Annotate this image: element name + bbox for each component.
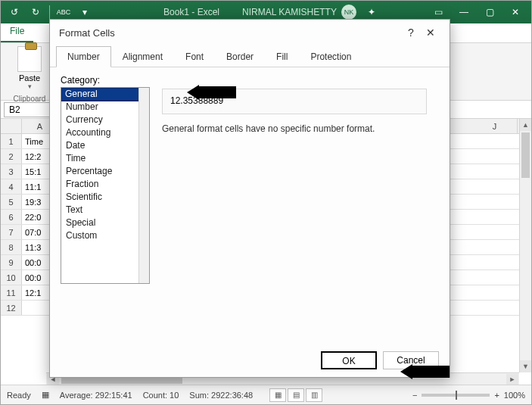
excel-window: ↺ ↻ ABC ▾ Book1 - Excel NIRMAL KAMISHETT… [0,0,532,405]
status-sum: Sum: 2922:36:48 [189,391,253,400]
annotation-arrow-head [400,364,412,379]
category-item-number[interactable]: Number [61,101,149,114]
dialog-tabs: Number Alignment Font Border Fill Protec… [50,45,450,67]
avatar[interactable]: NK [341,5,356,20]
row-header[interactable]: 10 [1,270,22,285]
row-header[interactable]: 3 [1,164,22,179]
category-item-currency[interactable]: Currency [61,114,149,126]
tab-fill[interactable]: Fill [265,46,299,67]
paste-icon[interactable] [17,46,42,72]
clipboard-group: Paste ▾ Clipboard [7,46,52,103]
dialog-title: Format Cells [59,27,115,39]
status-count: Count: 10 [143,391,179,400]
tab-number[interactable]: Number [56,46,111,67]
category-item-date[interactable]: Date [61,139,149,152]
dialog-buttons: OK Cancel [50,344,450,377]
category-item-general[interactable]: General [61,87,150,101]
help-button[interactable]: ? [401,26,421,39]
normal-view-button[interactable]: ▦ [269,388,286,402]
category-item-time[interactable]: Time [61,152,149,165]
scroll-up-button[interactable]: ▲ [520,119,531,131]
scroll-right-button[interactable]: ► [506,374,518,385]
tab-border[interactable]: Border [215,46,265,67]
ok-button[interactable]: OK [321,351,377,369]
page-layout-view-button[interactable]: ▤ [288,388,304,402]
minimize-button[interactable]: — [451,3,477,21]
row-header[interactable]: 4 [1,179,22,194]
status-ready: Ready [7,391,31,400]
category-label: Category: [61,75,439,86]
category-item-scientific[interactable]: Scientific [61,191,149,204]
row-header[interactable]: 7 [1,225,22,239]
category-item-percentage[interactable]: Percentage [61,165,149,178]
vertical-scrollbar[interactable]: ▲ ▼ [519,119,531,372]
scroll-thumb[interactable] [521,132,530,178]
document-title: Book1 - Excel [163,7,219,17]
redo-button[interactable]: ↻ [26,3,45,21]
paste-button[interactable]: Paste [19,73,40,83]
row-header[interactable]: 6 [1,210,22,224]
zoom-in-button[interactable]: + [494,391,499,400]
status-average: Average: 292:15:41 [60,391,132,400]
scroll-down-button[interactable]: ▼ [520,360,531,372]
zoom-level[interactable]: 100% [504,391,525,400]
file-tab[interactable]: File [1,23,33,42]
tab-alignment[interactable]: Alignment [111,46,174,67]
category-list[interactable]: General Number Currency Accounting Date … [61,87,150,284]
close-window-button[interactable]: ✕ [502,3,528,21]
category-item-text[interactable]: Text [61,204,149,217]
paste-dropdown[interactable]: ▾ [28,83,32,90]
dialog-body: Category: General Number Currency Accoun… [50,67,450,344]
user-name: NIRMAL KAMISHETTY [242,7,337,17]
dialog-titlebar: Format Cells ? ✕ [50,20,450,45]
row-header[interactable]: 9 [1,255,22,269]
format-description: General format cells have no specific nu… [162,123,375,134]
close-dialog-button[interactable]: ✕ [421,26,440,39]
row-header[interactable]: 1 [1,134,22,148]
maximize-button[interactable]: ▢ [477,3,502,21]
select-all-corner[interactable] [1,119,22,133]
category-item-special[interactable]: Special [61,217,149,229]
view-buttons: ▦ ▤ ▥ [269,388,322,402]
annotation-arrow [197,86,236,98]
column-header-j[interactable]: J [472,119,518,133]
category-scrollbar[interactable] [138,88,149,283]
zoom-control: − + 100% [412,391,525,400]
row-header[interactable]: 11 [1,285,22,300]
tab-protection[interactable]: Protection [299,46,362,67]
row-header[interactable]: 2 [1,149,22,164]
category-item-accounting[interactable]: Accounting [61,126,149,139]
row-header[interactable]: 5 [1,195,22,209]
category-item-fraction[interactable]: Fraction [61,178,149,191]
tab-font[interactable]: Font [174,46,215,67]
annotation-arrow [410,366,450,378]
row-header[interactable]: 12 [1,301,22,315]
annotation-arrow-head [187,85,199,100]
format-cells-dialog: Format Cells ? ✕ Number Alignment Font B… [49,19,450,378]
accessibility-icon[interactable]: ▦ [42,390,49,400]
row-header[interactable]: 8 [1,240,22,254]
status-bar: Ready ▦ Average: 292:15:41 Count: 10 Sum… [1,385,531,404]
zoom-slider[interactable] [422,394,490,397]
page-break-view-button[interactable]: ▥ [306,388,322,402]
zoom-out-button[interactable]: − [412,391,417,400]
category-item-custom[interactable]: Custom [61,229,149,242]
undo-button[interactable]: ↺ [5,3,24,21]
separator [49,5,50,19]
